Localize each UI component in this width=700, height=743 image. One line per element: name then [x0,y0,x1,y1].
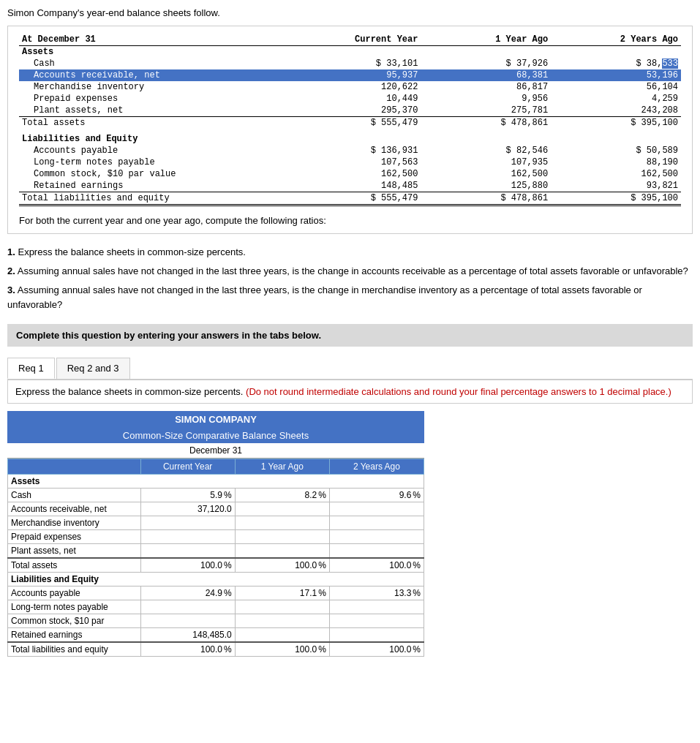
merch-cy: 120,622 [279,81,421,93]
simon-ar-tya[interactable] [329,502,424,516]
simon-total-assets-ya-input[interactable] [266,560,317,570]
simon-merch-ya[interactable] [235,516,329,530]
question-3: 3. Assuming annual sales have not change… [7,283,693,314]
simon-total-assets-cy-input[interactable] [171,560,222,570]
table-row: Accounts payable $ 136,931 $ 82,546 $ 50… [19,145,681,156]
total-liab-label: Total liabilities and equity [19,192,279,205]
simon-ap-tya-input[interactable] [360,588,411,598]
simon-plant-cy-input[interactable] [181,546,232,556]
simon-cs-cy[interactable] [140,614,235,628]
simon-cs-tya[interactable] [329,614,424,628]
cash-cy: $ 33,101 [279,58,421,69]
simon-re-ya-input[interactable] [275,630,326,640]
simon-prepaid-ya[interactable] [235,530,329,544]
plant-1ya: 275,781 [421,105,551,117]
simon-cs-cy-input[interactable] [181,616,232,626]
simon-ltnp-cy[interactable] [140,600,235,614]
simon-cash-tya[interactable]: % [329,489,424,502]
simon-total-assets-tya[interactable]: % [329,558,424,573]
simon-total-liab-tya-input[interactable] [360,644,411,655]
simon-cash-ya-input[interactable] [266,490,317,500]
balance-sheet-wrapper: At December 31 Current Year 1 Year Ago 2… [7,26,693,234]
pct-sign: % [224,588,232,598]
simon-ap-cy[interactable]: % [140,587,235,600]
simon-merch-ya-input[interactable] [275,518,326,528]
bs-col-current: Current Year [279,34,421,46]
simon-merch-cy[interactable] [140,516,235,530]
simon-re-tya[interactable] [329,628,424,643]
simon-cs-tya-input[interactable] [369,616,421,626]
simon-total-liab-cy[interactable]: % [140,642,235,657]
ar-cy: 95,937 [279,69,421,81]
simon-prepaid-tya[interactable] [329,530,424,544]
simon-cs-ya-input[interactable] [275,616,326,626]
simon-prepaid-ya-input[interactable] [275,532,326,542]
simon-re-ya[interactable] [235,628,329,643]
simon-re-tya-input[interactable] [369,630,421,640]
simon-prepaid-tya-input[interactable] [369,532,421,542]
instruction-box: Express the balance sheets in common-siz… [7,380,693,404]
liab-section-header: Liabilities and Equity [19,133,681,145]
simon-total-liab-cy-input[interactable] [171,644,222,655]
simon-ltnp-tya-input[interactable] [369,602,421,612]
simon-plant-label: Plant assets, net [8,544,141,559]
simon-plant-cy[interactable] [140,544,235,559]
total-assets-label: Total assets [19,117,279,129]
table-row: Merchandise inventory 120,622 86,817 56,… [19,81,681,93]
simon-ap-ya-input[interactable] [266,588,317,598]
simon-plant-ya-input[interactable] [275,546,326,556]
simon-ltnp-tya[interactable] [329,600,424,614]
simon-merch-cy-input[interactable] [181,518,232,528]
simon-ar-cy-input[interactable] [181,504,232,514]
tab-req2-3[interactable]: Req 2 and 3 [56,358,130,379]
simon-total-liab-tya[interactable]: % [329,642,424,657]
row-label-ap: Accounts payable [19,145,279,156]
table-row: Retained earnings 148,485 125,880 93,821 [19,180,681,192]
simon-ar-tya-input[interactable] [369,504,421,514]
simon-cash-cy-input[interactable] [171,490,222,500]
simon-ar-label: Accounts receivable, net [8,502,141,516]
simon-plant-ya[interactable] [235,544,329,559]
simon-total-liab-ya[interactable]: % [235,642,329,657]
total-liab-cy: $ 555,479 [279,192,421,205]
simon-merch-tya-input[interactable] [369,518,421,528]
simon-ap-ya[interactable]: % [235,587,329,600]
simon-ap-tya[interactable]: % [329,587,424,600]
complete-box: Complete this question by entering your … [7,324,693,347]
row-label-merch: Merchandise inventory [19,81,279,93]
simon-total-liab-ya-input[interactable] [266,644,317,655]
row-label-cs: Common stock, $10 par value [19,168,279,180]
simon-ap-cy-input[interactable] [171,588,222,598]
simon-prepaid-cy[interactable] [140,530,235,544]
simon-total-assets-tya-input[interactable] [360,560,411,570]
table-row: Long-term notes payable 107,563 107,935 … [19,156,681,168]
simon-total-assets-ya[interactable]: % [235,558,329,573]
simon-cash-tya-input[interactable] [360,490,411,500]
simon-re-cy-input[interactable] [181,630,232,640]
table-row: Total liabilities and equity $ 555,479 $… [19,192,681,205]
tab-req1[interactable]: Req 1 [7,358,55,379]
simon-prepaid-cy-input[interactable] [181,532,232,542]
pct-sign: % [413,644,421,655]
simon-plant-tya[interactable] [329,544,424,559]
simon-ar-ya-input[interactable] [275,504,326,514]
simon-data-table: Current Year 1 Year Ago 2 Years Ago Asse… [7,459,424,657]
simon-ar-cy[interactable] [140,502,235,516]
simon-cs-ya[interactable] [235,614,329,628]
row-label-prepaid: Prepaid expenses [19,93,279,105]
prepaid-cy: 10,449 [279,93,421,105]
simon-ltnp-ya[interactable] [235,600,329,614]
simon-cash-ya[interactable]: % [235,489,329,502]
simon-ar-ya[interactable] [235,502,329,516]
simon-cash-cy[interactable]: % [140,489,235,502]
simon-ltnp-cy-input[interactable] [181,602,232,612]
simon-re-label: Retained earnings [8,628,141,643]
ltnp-1ya: 107,935 [421,156,551,168]
simon-re-cy[interactable] [140,628,235,643]
simon-total-assets-cy[interactable]: % [140,558,235,573]
instruction-text: Express the balance sheets in common-siz… [15,386,243,397]
simon-plant-tya-input[interactable] [369,546,421,556]
ltnp-cy: 107,563 [279,156,421,168]
simon-merch-tya[interactable] [329,516,424,530]
simon-ltnp-ya-input[interactable] [275,602,326,612]
